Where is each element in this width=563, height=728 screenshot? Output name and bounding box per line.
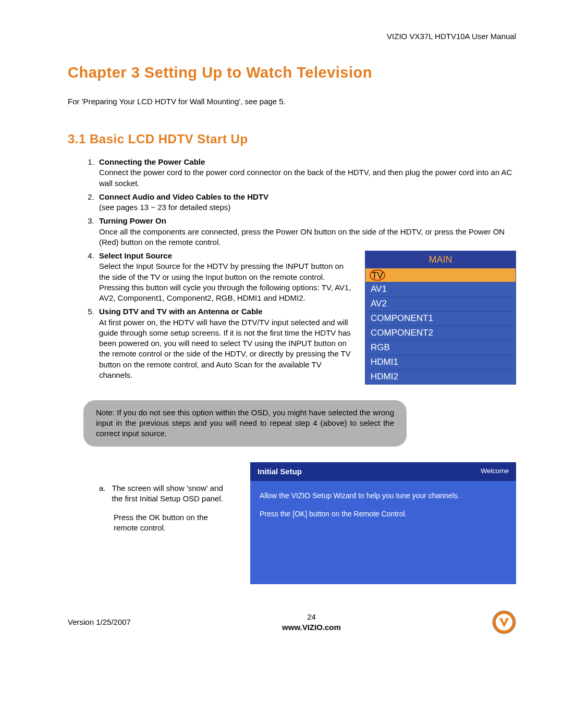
sub-marker: a. — [99, 483, 106, 504]
initial-setup-block: a. The screen will show 'snow' and the f… — [68, 462, 516, 584]
menu-item: AV2 — [365, 297, 516, 311]
setup-panel-title: Initial Setup — [258, 466, 302, 477]
svg-point-1 — [496, 614, 512, 631]
step-2: Connect Audio and Video Cables to the HD… — [96, 192, 516, 213]
selection-circle-icon: TV — [370, 269, 385, 281]
menu-item: RGB — [365, 340, 516, 355]
footer-url: www.VIZIO.com — [282, 623, 341, 632]
step-title: Select Input Source — [99, 251, 172, 260]
setup-panel-header: Initial Setup Welcome — [250, 462, 516, 481]
step-title: Using DTV and TV with an Antenna or Cabl… — [99, 307, 263, 316]
page-footer: Version 1/25/2007 24 www.VIZIO.com — [68, 610, 516, 634]
step-body: Connect the power cord to the power cord… — [99, 167, 516, 189]
steps-list: Connecting the Power Cable Connect the p… — [68, 157, 516, 380]
step-3: Turning Power On Once all the components… — [96, 216, 516, 248]
menu-item-selected: TV — [365, 268, 516, 282]
step-title: Turning Power On — [99, 216, 166, 225]
steps-area: Connecting the Power Cable Connect the p… — [68, 157, 516, 390]
step-title: Connecting the Power Cable — [99, 157, 205, 166]
menu-item: COMPONENT1 — [365, 311, 516, 326]
menu-header: MAIN — [365, 251, 516, 268]
step-body: (see pages 13 ~ 23 for detailed steps) — [99, 202, 516, 213]
page-number: 24 — [131, 612, 492, 622]
step-4: MAIN TV AV1 AV2 COMPONENT1 COMPONENT2 RG… — [96, 251, 516, 303]
menu-item: COMPONENT2 — [365, 326, 516, 340]
menu-item: HDMI2 — [365, 369, 516, 384]
main-menu: MAIN TV AV1 AV2 COMPONENT1 COMPONENT2 RG… — [365, 251, 516, 385]
sub-text: The screen will show 'snow' and the firs… — [112, 483, 224, 504]
vizio-logo-icon — [492, 610, 516, 634]
initial-setup-panel: Initial Setup Welcome Allow the VIZIO Se… — [250, 462, 516, 584]
step-title: Connect Audio and Video Cables to the HD… — [99, 192, 268, 201]
document-header: VIZIO VX37L HDTV10A User Manual — [68, 31, 516, 42]
intro-text: For 'Preparing Your LCD HDTV for Wall Mo… — [68, 96, 516, 107]
main-menu-figure: MAIN TV AV1 AV2 COMPONENT1 COMPONENT2 RG… — [365, 251, 516, 385]
setup-panel-welcome: Welcome — [481, 466, 509, 477]
menu-item: AV1 — [365, 282, 516, 297]
sub-text-2: Press the OK button on the remote contro… — [99, 512, 224, 534]
menu-item: HDMI1 — [365, 355, 516, 369]
step-body: Once all the components are connected, p… — [99, 227, 516, 248]
setup-panel-body: Allow the VIZIO Setup Wizard to help you… — [250, 481, 516, 584]
step-1: Connecting the Power Cable Connect the p… — [96, 157, 516, 189]
setup-panel-line2: Press the [OK] button on the Remote Cont… — [260, 509, 507, 520]
setup-panel-line1: Allow the VIZIO Setup Wizard to help you… — [260, 490, 507, 501]
setup-instruction: a. The screen will show 'snow' and the f… — [68, 462, 224, 534]
chapter-title: Chapter 3 Setting Up to Watch Television — [68, 63, 516, 83]
footer-version: Version 1/25/2007 — [68, 617, 131, 627]
section-title: 3.1 Basic LCD HDTV Start Up — [68, 131, 516, 147]
note-box: Note: If you do not see this option with… — [83, 400, 407, 447]
